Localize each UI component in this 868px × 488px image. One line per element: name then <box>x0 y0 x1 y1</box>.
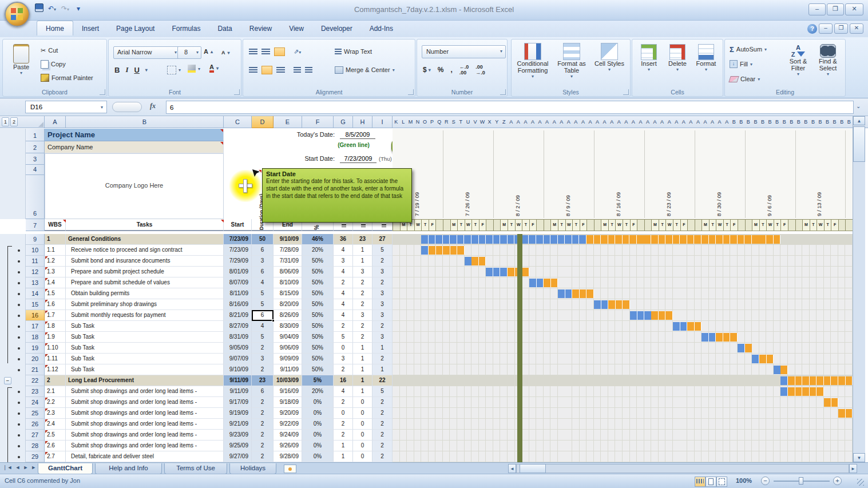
outline-level-2-button[interactable]: 2 <box>10 117 18 126</box>
cell-wbs[interactable]: 1.7 <box>45 310 66 321</box>
column-header-narrow[interactable]: K <box>393 116 401 128</box>
column-header-narrow[interactable]: A <box>536 116 544 128</box>
cell-pct[interactable]: 50% <box>302 354 334 364</box>
border-button[interactable]: ▾ <box>167 65 181 75</box>
cell-wbs[interactable]: 2.7 <box>45 451 66 462</box>
cell-wbs[interactable]: 2.5 <box>45 430 66 441</box>
cell-wbs[interactable]: 2.1 <box>45 386 66 397</box>
tab-home[interactable]: Home <box>37 21 73 35</box>
customize-qat-icon[interactable]: ▾ <box>73 3 84 14</box>
cut-button[interactable]: ✂Cut <box>41 45 58 55</box>
cell-end[interactable]: 9/18/09 <box>274 397 302 408</box>
column-header-narrow[interactable]: B <box>824 116 832 128</box>
cell-end[interactable]: 8/10/09 <box>274 277 302 288</box>
cell-pct[interactable]: 50% <box>302 256 334 267</box>
clear-button[interactable]: Clear▾ <box>730 74 760 84</box>
cell-end[interactable]: 8/15/09 <box>274 288 302 299</box>
cell-workdays[interactable]: 4 <box>334 310 353 321</box>
decrease-indent-icon[interactable] <box>294 67 301 73</box>
row-header-11[interactable]: 11 <box>26 256 45 267</box>
font-size-select[interactable]: 8▾ <box>177 46 201 59</box>
cell-daysremaining[interactable]: 1 <box>372 343 393 354</box>
align-center-icon[interactable] <box>261 66 272 74</box>
cell-task[interactable]: Receive notice to proceed and sign contr… <box>66 245 224 256</box>
vscroll-up-arrow[interactable]: ▲ <box>853 116 865 125</box>
column-header-narrow[interactable]: N <box>414 116 422 128</box>
column-header-narrow[interactable]: A <box>680 116 688 128</box>
cell-task[interactable]: Submit bond and insurance documents <box>66 256 224 267</box>
font-dialog-launcher[interactable] <box>234 89 240 95</box>
cell-dayscomplete[interactable]: 1 <box>353 364 372 375</box>
outline-level-1-button[interactable]: 1 <box>2 117 9 126</box>
cell-wbs[interactable]: 2.2 <box>45 397 66 408</box>
column-header-F[interactable]: F <box>302 116 334 128</box>
row-header-10[interactable]: 10 <box>26 245 45 256</box>
cell-task[interactable]: Long Lead Procurement <box>66 375 224 386</box>
cell-pct[interactable]: 0% <box>302 397 334 408</box>
cell-wbs[interactable]: 2.6 <box>45 441 66 451</box>
row-header-2[interactable]: 2 <box>26 141 45 153</box>
column-header-narrow[interactable]: A <box>608 116 616 128</box>
column-header-narrow[interactable]: B <box>730 116 738 128</box>
cell-daysremaining[interactable]: 1 <box>372 364 393 375</box>
row-header-25[interactable]: 25 <box>26 408 45 419</box>
header-start[interactable]: Start <box>224 219 252 231</box>
row-header-14[interactable]: 14 <box>26 288 45 299</box>
cell-workdays[interactable]: 36 <box>334 234 353 245</box>
cell-dayscomplete[interactable]: 1 <box>353 386 372 397</box>
wrap-text-button[interactable]: Wrap Text <box>335 46 372 57</box>
number-format-select[interactable]: Number▾ <box>422 45 506 58</box>
cell-dayscomplete[interactable]: 3 <box>353 310 372 321</box>
cell-end[interactable]: 9/24/09 <box>274 430 302 441</box>
cell-daysremaining[interactable]: 2 <box>372 397 393 408</box>
copy-button[interactable]: Copy <box>41 59 66 69</box>
cell-duration[interactable]: 23 <box>252 375 274 386</box>
cell-daysremaining[interactable]: 27 <box>372 234 393 245</box>
column-header-narrow[interactable]: A <box>723 116 731 128</box>
tab-insert[interactable]: Insert <box>73 21 108 35</box>
decrease-decimal-button[interactable]: .00→.0 <box>475 64 485 76</box>
cell-start[interactable]: 9/25/09 <box>224 441 252 451</box>
row-header-7[interactable]: 7 <box>26 219 45 231</box>
workbook-close-button[interactable]: ✕ <box>850 23 863 34</box>
cell-duration[interactable]: 2 <box>252 430 274 441</box>
cell-wbs[interactable]: 2 <box>45 375 66 386</box>
cell-daysremaining[interactable]: 3 <box>372 267 393 277</box>
cell-start[interactable]: 9/07/09 <box>224 354 252 364</box>
fill-button[interactable]: ↓Fill▾ <box>730 59 752 69</box>
cell-pct[interactable]: 50% <box>302 267 334 277</box>
cell-pct[interactable]: 20% <box>302 386 334 397</box>
column-header-narrow[interactable]: B <box>810 116 818 128</box>
cell-dayscomplete[interactable]: 3 <box>353 267 372 277</box>
increase-decimal-button[interactable]: ←.0.00 <box>459 64 469 76</box>
hscroll-thumb[interactable] <box>520 464 546 473</box>
cell-task[interactable]: Sub Task <box>66 364 224 375</box>
column-header-narrow[interactable]: B <box>774 116 782 128</box>
normal-view-icon[interactable] <box>695 477 706 487</box>
zoom-out-icon[interactable]: − <box>761 477 770 485</box>
column-header-narrow[interactable]: B <box>759 116 767 128</box>
cell-workdays[interactable]: 2 <box>334 419 353 430</box>
cell-wbs[interactable]: 1.4 <box>45 277 66 288</box>
cell-start[interactable]: 7/23/09 <box>224 234 252 245</box>
cell-start[interactable]: 8/01/09 <box>224 267 252 277</box>
cell-pct[interactable]: 50% <box>302 343 334 354</box>
row-header-27[interactable]: 27 <box>26 430 45 441</box>
cell-workdays[interactable]: 2 <box>334 430 353 441</box>
row-header-3[interactable]: 3 <box>26 153 45 165</box>
cell-task[interactable]: Submit shop drawings and order long lead… <box>66 430 224 441</box>
cell-wbs[interactable]: 1.5 <box>45 288 66 299</box>
column-header-narrow[interactable]: W <box>479 116 487 128</box>
row-header-15[interactable]: 15 <box>26 299 45 310</box>
column-header-narrow[interactable]: Z <box>500 116 508 128</box>
column-header-narrow[interactable]: L <box>400 116 408 128</box>
zoom-level[interactable]: 100% <box>736 477 752 484</box>
cell-start[interactable]: 8/07/09 <box>224 277 252 288</box>
column-header-narrow[interactable]: A <box>615 116 623 128</box>
column-header-narrow[interactable]: A <box>637 116 645 128</box>
workbook-minimize-button[interactable]: – <box>819 23 833 34</box>
column-header-narrow[interactable]: A <box>695 116 703 128</box>
cell-wbs[interactable]: 1.11 <box>45 354 66 364</box>
cell-pct[interactable]: 0% <box>302 419 334 430</box>
next-sheet-icon[interactable]: ► <box>23 465 28 470</box>
